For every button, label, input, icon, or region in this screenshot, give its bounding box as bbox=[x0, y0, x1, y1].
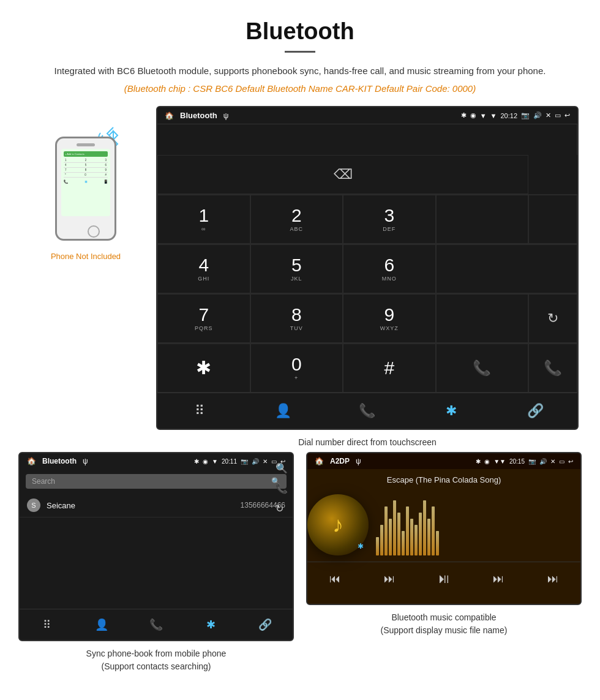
dialpad-bottom-phone[interactable]: 📞 bbox=[325, 396, 409, 426]
music-forward-button[interactable]: ⏭ bbox=[471, 567, 526, 590]
eq-bar-1 bbox=[376, 537, 379, 555]
contact-name: Seicane bbox=[47, 501, 241, 510]
music-next-button[interactable]: ⏭ bbox=[526, 567, 580, 590]
pb-nav-contacts[interactable]: 👤 bbox=[74, 613, 129, 636]
music-caption: Bluetooth music compatible (Support disp… bbox=[381, 611, 508, 637]
pb-nav-bluetooth[interactable]: ✱ bbox=[184, 613, 238, 636]
backspace-button[interactable]: ⌫ bbox=[157, 155, 528, 194]
dialpad-bottom-grid[interactable]: ⠿ bbox=[157, 396, 241, 426]
dial-key-empty-2 bbox=[436, 244, 578, 293]
dial-key-9[interactable]: 9 WXYZ bbox=[343, 294, 436, 343]
music-disc: ♪ ✱ bbox=[307, 494, 369, 555]
dial-key-empty-1 bbox=[436, 195, 529, 244]
eq-bar-6 bbox=[397, 513, 400, 555]
music-note-icon: ♪ bbox=[332, 512, 343, 538]
home-icon[interactable]: 🏠 bbox=[165, 111, 174, 120]
back-icon[interactable]: ↩ bbox=[564, 111, 570, 119]
pb-home-icon[interactable]: 🏠 bbox=[27, 457, 36, 465]
dial-key-0[interactable]: 0 + bbox=[250, 344, 343, 393]
dial-key-4[interactable]: 4 GHI bbox=[157, 244, 250, 293]
dial-row-4: ✱ 0 + # 📞 📞 bbox=[157, 343, 577, 393]
call-button-green[interactable]: 📞 bbox=[436, 344, 529, 393]
dial-status-icons: ✱ ◉ ▼ ▼ 20:12 📷 🔊 ✕ ▭ ↩ bbox=[461, 111, 570, 119]
music-song-title: Escape (The Pina Colada Song) bbox=[307, 469, 580, 488]
refresh-button[interactable]: ↻ bbox=[528, 294, 577, 343]
pb-nav-link[interactable]: 🔗 bbox=[238, 613, 293, 636]
dialpad-bottom-link[interactable]: 🔗 bbox=[493, 396, 577, 426]
phone-speaker bbox=[77, 143, 95, 146]
pb-right-refresh[interactable]: ↻ bbox=[276, 503, 288, 514]
dial-key-3[interactable]: 3 DEF bbox=[343, 195, 436, 244]
pb-status-icons: ✱ ◉ ▼ 20:11 📷 🔊 ✕ ▭ ↩ bbox=[194, 458, 285, 465]
close-icon[interactable]: ✕ bbox=[546, 111, 551, 119]
music-window[interactable]: ▭ bbox=[559, 458, 564, 465]
pb-right-search[interactable]: 🔍 bbox=[276, 462, 288, 474]
dial-row-3: 7 PQRS 8 TUV 9 WXYZ ↻ bbox=[157, 293, 577, 343]
eq-bar-2 bbox=[380, 525, 383, 555]
dial-row-2: 4 GHI 5 JKL 6 MNO bbox=[157, 244, 577, 293]
pb-vol[interactable]: 🔊 bbox=[252, 458, 259, 465]
dialpad-bottom-contacts[interactable]: 👤 bbox=[241, 396, 325, 426]
call-button-red[interactable]: 📞 bbox=[528, 344, 577, 393]
music-usb-icon: ψ bbox=[356, 457, 361, 465]
music-sig: ▼▼ bbox=[493, 458, 506, 465]
phone-drawing: + Add to Contacts 123 456 789 *0# 📞 ✱ 📱 bbox=[49, 124, 122, 247]
music-home-icon[interactable]: 🏠 bbox=[315, 457, 324, 465]
call-green-icon: 📞 bbox=[473, 359, 491, 377]
contact-row[interactable]: S Seicane 13566664466 bbox=[20, 494, 293, 517]
pb-right-call[interactable]: 📞 bbox=[276, 483, 288, 494]
dial-key-star[interactable]: ✱ bbox=[157, 344, 250, 393]
music-status-left: 🏠 A2DP ψ bbox=[315, 457, 361, 465]
dial-input-display[interactable] bbox=[157, 124, 577, 155]
phonebook-item: 🏠 Bluetooth ψ ✱ ◉ ▼ 20:11 📷 🔊 ✕ ▭ ↩ bbox=[18, 452, 294, 673]
dial-key-2[interactable]: 2 ABC bbox=[250, 195, 343, 244]
dial-caption: Dial number direct from touchscreen bbox=[298, 437, 437, 447]
dial-key-6[interactable]: 6 MNO bbox=[343, 244, 436, 293]
music-controls: ⏮ ⏭ ⏯ ⏭ ⏭ bbox=[307, 562, 580, 595]
window-icon[interactable]: ▭ bbox=[555, 111, 561, 119]
pb-signal: ▼ bbox=[212, 458, 218, 465]
phone-screen: + Add to Contacts 123 456 789 *0# 📞 ✱ 📱 bbox=[61, 149, 110, 216]
music-cam[interactable]: 📷 bbox=[528, 458, 536, 465]
camera-icon[interactable]: 📷 bbox=[521, 111, 530, 119]
time-display: 20:12 bbox=[500, 112, 517, 119]
dial-key-8[interactable]: 8 TUV bbox=[250, 294, 343, 343]
pb-close[interactable]: ✕ bbox=[263, 458, 268, 465]
eq-bar-15 bbox=[436, 531, 439, 555]
dial-key-1[interactable]: 1 ∞ bbox=[157, 195, 250, 244]
eq-bar-4 bbox=[389, 519, 392, 555]
wifi-icon: ▼ bbox=[490, 112, 497, 119]
music-rewind-button[interactable]: ⏭ bbox=[362, 567, 416, 590]
bottom-row: 🏠 Bluetooth ψ ✱ ◉ ▼ 20:11 📷 🔊 ✕ ▭ ↩ bbox=[0, 452, 600, 685]
call-red-icon: 📞 bbox=[544, 359, 562, 377]
phone-body: + Add to Contacts 123 456 789 *0# 📞 ✱ 📱 bbox=[55, 137, 116, 241]
pb-nav-phone[interactable]: 📞 bbox=[129, 613, 183, 636]
pb-camera[interactable]: 📷 bbox=[241, 458, 248, 465]
refresh-icon: ↻ bbox=[547, 310, 558, 326]
music-back[interactable]: ↩ bbox=[568, 458, 573, 465]
dial-key-empty-backspace-placeholder bbox=[528, 195, 577, 244]
eq-bar-10 bbox=[414, 525, 418, 555]
music-prev-button[interactable]: ⏮ bbox=[307, 567, 362, 590]
phonebook-search-bar[interactable]: Search 🔍 bbox=[26, 474, 287, 489]
search-placeholder: Search bbox=[32, 477, 55, 486]
pb-nav-grid[interactable]: ⠿ bbox=[20, 613, 74, 636]
music-gps: ◉ bbox=[484, 458, 490, 465]
eq-bar-12 bbox=[423, 500, 426, 555]
music-screen: 🏠 A2DP ψ ✱ ◉ ▼▼ 20:15 📷 🔊 ✕ ▭ ↩ Escape bbox=[306, 452, 582, 605]
dial-key-7[interactable]: 7 PQRS bbox=[157, 294, 250, 343]
music-play-pause-button[interactable]: ⏯ bbox=[416, 567, 471, 590]
page-title: Bluetooth bbox=[37, 18, 563, 45]
phonebook-bottom-nav: ⠿ 👤 📞 ✱ 🔗 bbox=[20, 609, 293, 640]
phonebook-caption: Sync phone-book from mobile phone (Suppo… bbox=[86, 647, 227, 673]
dial-key-5[interactable]: 5 JKL bbox=[250, 244, 343, 293]
pb-time: 20:11 bbox=[222, 458, 237, 465]
dial-key-hash[interactable]: # bbox=[343, 344, 436, 393]
dialpad-bottom-bluetooth[interactable]: ✱ bbox=[410, 396, 493, 426]
dial-status-left: 🏠 Bluetooth ψ bbox=[165, 111, 228, 120]
music-close[interactable]: ✕ bbox=[550, 458, 555, 465]
volume-icon[interactable]: 🔊 bbox=[533, 111, 542, 119]
music-vol[interactable]: 🔊 bbox=[539, 458, 547, 465]
eq-bar-7 bbox=[402, 531, 405, 555]
eq-bar-8 bbox=[406, 506, 409, 555]
